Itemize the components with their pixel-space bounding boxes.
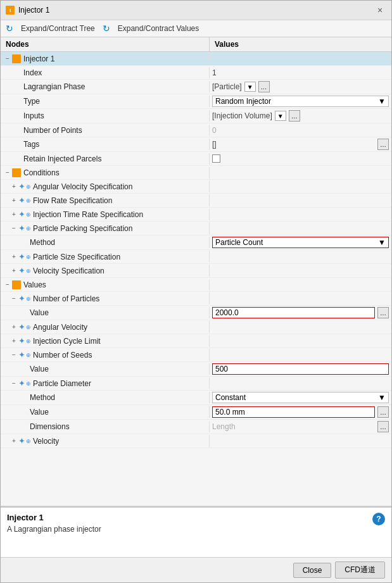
expand-num-particles[interactable]: −: [9, 294, 18, 303]
filter-button-inputs[interactable]: ▼: [275, 111, 286, 121]
row-velocity-spec[interactable]: + ✦ ⊕ Velocity Specification: [1, 264, 391, 278]
value-method-packing[interactable]: Particle Count ▼: [210, 235, 391, 249]
main-window: I Injector 1 × ↻ Expand/Contract Tree ↻ …: [0, 0, 392, 583]
row-velocity-values[interactable]: + ✦ ⊕ Velocity: [1, 434, 391, 448]
input-value-particles[interactable]: [212, 307, 375, 318]
checkbox-retain[interactable]: [212, 154, 220, 163]
info-content: Injector 1 A Lagrangian phase injector: [7, 513, 101, 534]
row-injection-cycle-limit[interactable]: + ✦ ⊕ Injection Cycle Limit: [1, 334, 391, 348]
close-button[interactable]: Close: [293, 563, 332, 578]
value-method-diameter[interactable]: Constant ▼: [210, 391, 391, 404]
expand-values-group[interactable]: −: [3, 280, 12, 289]
row-angular-velocity[interactable]: + ✦ ⊕ Angular Velocity: [1, 320, 391, 334]
expand-num-seeds[interactable]: −: [9, 351, 18, 360]
input-value-diameter[interactable]: [212, 406, 375, 418]
dropdown-method-diameter[interactable]: Constant ▼: [212, 392, 389, 403]
row-value-seeds[interactable]: Value: [1, 362, 391, 377]
value-text-inputs: [Injection Volume]: [212, 111, 272, 120]
expand-contract-tree-button[interactable]: Expand/Contract Tree: [18, 23, 98, 34]
label-method-packing: Method: [30, 238, 55, 247]
node-velocity-values: + ✦ ⊕ Velocity: [1, 435, 210, 447]
row-conditions[interactable]: − Conditions: [1, 166, 391, 180]
expand-angular-velocity[interactable]: +: [9, 323, 18, 332]
expand-contract-values-button[interactable]: Expand/Contract Values: [115, 23, 202, 34]
row-type[interactable]: Type Random Injector ▼: [1, 94, 391, 109]
expand-conditions[interactable]: −: [3, 168, 12, 177]
label-particle-diameter: Particle Diameter: [33, 379, 91, 388]
row-method-packing[interactable]: Method Particle Count ▼: [1, 235, 391, 250]
row-retain-injected-parcels[interactable]: Retain Injected Parcels: [1, 152, 391, 166]
value-value-diameter[interactable]: …: [210, 405, 391, 419]
expand-injection-cycle-limit[interactable]: +: [9, 337, 18, 346]
value-type[interactable]: Random Injector ▼: [210, 94, 391, 108]
value-value-seeds[interactable]: [210, 362, 391, 376]
value-injection-time-rate-spec: [210, 213, 391, 216]
label-conditions: Conditions: [23, 168, 60, 177]
node-number-of-points: Number of Points: [1, 125, 210, 136]
value-tags[interactable]: [] …: [210, 137, 391, 151]
value-particle-size-spec: [210, 256, 391, 258]
row-particle-diameter[interactable]: − ✦ ⊕ Particle Diameter: [1, 377, 391, 391]
row-angular-velocity-spec[interactable]: + ✦ ⊕ Angular Velocity Specification: [1, 180, 391, 194]
close-window-button[interactable]: ×: [374, 4, 386, 16]
ellipsis-button-lagrangian[interactable]: …: [258, 81, 270, 92]
filter-button-lagrangian[interactable]: ▼: [244, 82, 256, 92]
ellipsis-button-inputs[interactable]: …: [289, 110, 300, 122]
row-values-group[interactable]: − Values: [1, 278, 391, 292]
expand-particle-diameter[interactable]: −: [9, 379, 18, 388]
node-particle-size-spec: + ✦ ⊕ Particle Size Specification: [1, 251, 210, 263]
row-dimensions[interactable]: Dimensions Length …: [1, 420, 391, 434]
expand-particle-size-spec[interactable]: +: [9, 253, 18, 261]
icon-angular-vel-spec: ✦ ⊕: [18, 182, 31, 191]
value-number-of-points: 0: [210, 125, 391, 136]
row-tags[interactable]: Tags [] …: [1, 137, 391, 152]
row-number-of-points[interactable]: Number of Points 0: [1, 123, 391, 137]
expand-injection-time-rate-spec[interactable]: +: [9, 210, 18, 219]
dropdown-type[interactable]: Random Injector ▼: [212, 96, 389, 107]
cfd-button[interactable]: CFD通道: [335, 561, 385, 579]
node-tags: Tags: [1, 139, 210, 150]
row-lagrangian-phase[interactable]: Lagrangian Phase [Particle] ▼ …: [1, 80, 391, 94]
node-angular-vel-spec: + ✦ ⊕ Angular Velocity Specification: [1, 180, 210, 192]
value-conditions: [210, 172, 391, 174]
ellipsis-btn-dimensions[interactable]: …: [377, 421, 389, 432]
row-method-diameter[interactable]: Method Constant ▼: [1, 391, 391, 405]
row-flow-rate-spec[interactable]: + ✦ ⊕ Flow Rate Specification: [1, 194, 391, 208]
value-lagrangian-phase[interactable]: [Particle] ▼ …: [210, 80, 391, 94]
value-injector1: [210, 58, 391, 60]
ellipsis-btn-value-particles[interactable]: …: [377, 307, 389, 318]
expand-particle-packing-spec[interactable]: −: [9, 224, 18, 233]
value-value-particles[interactable]: …: [210, 306, 391, 320]
icon-flow-rate-spec: ✦ ⊕: [18, 196, 31, 205]
expand-flow-rate-spec[interactable]: +: [9, 196, 18, 205]
ellipsis-btn-value-diameter[interactable]: …: [377, 406, 389, 418]
value-dimensions[interactable]: Length …: [210, 420, 391, 434]
ellipsis-button-tags[interactable]: …: [377, 139, 389, 150]
row-injection-time-rate-spec[interactable]: + ✦ ⊕ Injection Time Rate Specification: [1, 208, 391, 222]
row-particle-size-spec[interactable]: + ✦ ⊕ Particle Size Specification: [1, 250, 391, 264]
node-dimensions: Dimensions: [1, 421, 210, 432]
label-value-diameter: Value: [30, 408, 49, 417]
value-values-group: [210, 284, 391, 286]
row-value-particles[interactable]: Value …: [1, 306, 391, 320]
expand-injector1[interactable]: −: [3, 54, 12, 63]
dropdown-method-packing[interactable]: Particle Count ▼: [212, 237, 389, 248]
label-velocity-spec: Velocity Specification: [33, 266, 104, 275]
expand-velocity-spec[interactable]: +: [9, 266, 18, 275]
value-retain[interactable]: [210, 153, 391, 164]
expand-velocity-values[interactable]: +: [9, 437, 18, 446]
label-tags: Tags: [23, 140, 39, 149]
row-particle-packing-spec[interactable]: − ✦ ⊕ Particle Packing Specification: [1, 222, 391, 235]
value-inputs[interactable]: [Injection Volume] ▼ …: [210, 109, 391, 123]
row-number-of-particles[interactable]: − ✦ ⊕ Number of Particles: [1, 292, 391, 306]
expand-angular-vel-spec[interactable]: +: [9, 182, 18, 191]
help-button[interactable]: ?: [372, 513, 385, 525]
row-value-diameter[interactable]: Value …: [1, 405, 391, 420]
row-number-of-seeds[interactable]: − ✦ ⊕ Number of Seeds: [1, 348, 391, 362]
row-index[interactable]: Index 1: [1, 66, 391, 80]
input-value-seeds[interactable]: [212, 363, 389, 375]
node-method-packing: Method: [1, 237, 210, 248]
row-inputs[interactable]: Inputs [Injection Volume] ▼ …: [1, 109, 391, 123]
tree-table: Nodes Values − Injector 1 Index: [1, 37, 391, 506]
row-injector1[interactable]: − Injector 1: [1, 52, 391, 66]
